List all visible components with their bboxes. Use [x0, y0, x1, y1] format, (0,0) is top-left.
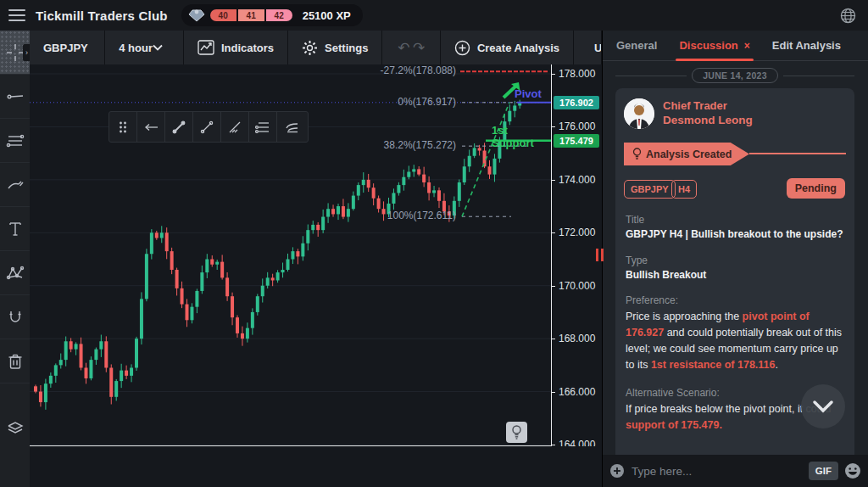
- axis-tick-label: 168.000: [559, 333, 595, 344]
- tool-delete[interactable]: [0, 339, 30, 383]
- candle-body: [367, 180, 370, 188]
- emoji-icon[interactable]: [844, 462, 861, 479]
- tab-edit-analysis[interactable]: Edit Analysis: [772, 31, 841, 61]
- message-input[interactable]: [632, 465, 809, 478]
- candle-body: [220, 262, 224, 278]
- tool-trend-line[interactable]: [0, 75, 30, 119]
- xp-progress-pill: 40 41 42 25100 XP: [181, 4, 363, 26]
- status-badge[interactable]: Pending: [787, 178, 845, 199]
- tab-general-label: General: [616, 39, 657, 52]
- tool-object-tree[interactable]: [0, 406, 30, 450]
- price-axis[interactable]: 178.000176.000174.000172.000170.000168.0…: [551, 64, 602, 445]
- analysis-created-banner: Analysis Created: [624, 143, 749, 165]
- preference-text: Price is approaching the pivot point of …: [626, 309, 846, 373]
- menu-icon[interactable]: [8, 9, 25, 21]
- candle-body: [402, 177, 405, 185]
- avatar[interactable]: [624, 98, 654, 129]
- candle-body: [256, 296, 259, 312]
- globe-icon[interactable]: [840, 8, 856, 24]
- chevron-down-icon: [153, 44, 163, 51]
- candle-body: [241, 333, 244, 339]
- tool-crosshair[interactable]: ›: [0, 31, 30, 75]
- candle-body: [165, 232, 169, 251]
- horizontal-arrow-tool[interactable]: [137, 112, 165, 142]
- candle-body: [190, 307, 193, 321]
- preference-label: Preference:: [626, 294, 678, 306]
- undo-icon[interactable]: ↶: [398, 39, 409, 57]
- candle-body: [437, 190, 441, 200]
- candle-body: [120, 371, 123, 381]
- timeframe-dropdown[interactable]: 4 hour: [105, 31, 184, 64]
- banner-line: [749, 153, 846, 154]
- drag-handle[interactable]: [109, 112, 137, 142]
- extended-line-icon: [228, 120, 242, 134]
- time-axis[interactable]: [30, 446, 602, 487]
- scroll-to-bottom-button[interactable]: [801, 384, 845, 428]
- redo-icon[interactable]: ↷: [413, 39, 425, 57]
- tool-fib-retracement[interactable]: [0, 119, 30, 163]
- fib-wedge-tool[interactable]: [277, 112, 305, 142]
- ray-tool[interactable]: [193, 112, 221, 142]
- idea-lightbulb-button[interactable]: [506, 422, 527, 443]
- attach-plus-icon[interactable]: [609, 463, 625, 479]
- alternative-label: Alternative Scenario:: [626, 387, 720, 399]
- candle-body: [266, 277, 270, 285]
- floating-draw-toolbar[interactable]: [108, 111, 309, 143]
- tab-general[interactable]: General: [616, 31, 657, 61]
- date-pill: JUNE 14, 2023: [692, 68, 778, 83]
- candle-body: [175, 270, 179, 288]
- gif-button[interactable]: GIF: [809, 462, 838, 480]
- text-tool-icon: [6, 220, 25, 238]
- active-tab-underline: [676, 59, 753, 61]
- axis-tick: [552, 339, 555, 339]
- update-button[interactable]: Update: [574, 31, 602, 64]
- tab-close-icon[interactable]: ×: [744, 40, 750, 52]
- candle-body: [377, 199, 381, 209]
- trend-segment-tool[interactable]: [165, 112, 193, 142]
- extended-line-tool[interactable]: [221, 112, 249, 142]
- create-analysis-button[interactable]: Create Analysis: [441, 31, 574, 64]
- date-divider: JUNE 14, 2023: [615, 68, 854, 83]
- candle-body: [49, 376, 53, 383]
- candle-body: [276, 272, 280, 280]
- candle-body: [492, 159, 496, 175]
- indicators-button[interactable]: Indicators: [184, 31, 288, 64]
- panel-resize-handle[interactable]: [596, 249, 604, 261]
- axis-tick-label: 172.000: [559, 227, 595, 238]
- settings-button[interactable]: Settings: [288, 31, 382, 64]
- analysis-type: Bullish Breakout: [626, 269, 846, 281]
- author-role[interactable]: Chief Trader: [663, 99, 727, 112]
- history-buttons: ↶ ↷: [382, 31, 441, 64]
- fib-wedge-icon: [284, 121, 299, 133]
- candle-body: [231, 296, 234, 317]
- banner-label: Analysis Created: [646, 148, 732, 160]
- tab-discussion[interactable]: Discussion ×: [679, 31, 749, 61]
- symbol-button[interactable]: GBPJPY: [30, 31, 105, 64]
- highlighted-price-text: support of 175.479.: [626, 419, 722, 431]
- axis-tick-label: 178.000: [559, 68, 595, 80]
- indicators-label: Indicators: [221, 42, 274, 54]
- author-name[interactable]: Desmond Leong: [663, 114, 753, 126]
- candle-body: [478, 148, 481, 150]
- level-badge-40: 40: [210, 9, 236, 21]
- candle-body: [382, 209, 386, 214]
- arrow-left-icon: [143, 123, 159, 132]
- xp-count: 25100 XP: [303, 9, 351, 22]
- candle-body: [301, 244, 304, 257]
- candle-body: [59, 360, 63, 365]
- rail-spacer: [0, 383, 30, 406]
- candle-body: [513, 105, 516, 110]
- trash-icon: [7, 352, 24, 371]
- candle-body: [352, 196, 355, 210]
- tool-text[interactable]: [0, 207, 30, 251]
- fib-lines-tool[interactable]: [249, 112, 277, 142]
- current-price-badge: 176.902: [554, 96, 599, 109]
- tool-magnet[interactable]: [0, 295, 30, 339]
- timeframe-label: 4 hour: [119, 42, 153, 54]
- axis-tick: [552, 74, 555, 75]
- axis-tick-label: 174.000: [559, 174, 595, 186]
- axis-tick-label: 170.000: [559, 280, 595, 292]
- tool-brush[interactable]: [0, 163, 30, 207]
- candle-body: [114, 381, 118, 397]
- tool-pattern-xabcd[interactable]: [0, 251, 30, 295]
